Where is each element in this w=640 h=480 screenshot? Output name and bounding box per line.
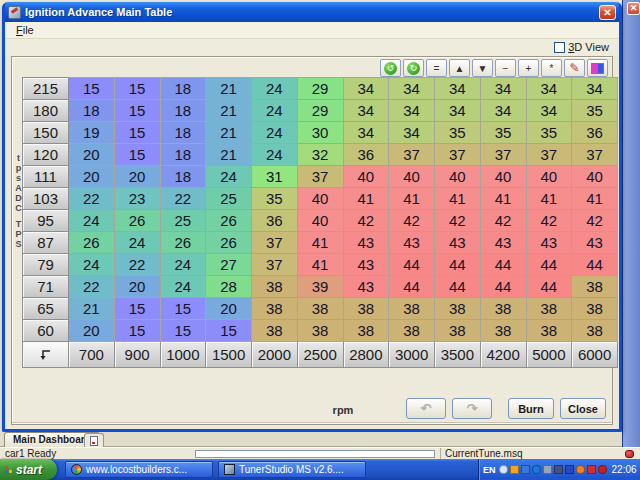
table-cell[interactable]: 24 (114, 232, 160, 254)
scale-down-button[interactable]: ↺ (380, 59, 401, 77)
plus-button[interactable]: + (518, 59, 539, 77)
edit-pencil-button[interactable]: ✎ (564, 59, 585, 77)
table-cell[interactable]: 25 (206, 188, 252, 210)
table-cell[interactable]: 24 (160, 254, 206, 276)
table-cell[interactable]: 40 (297, 210, 343, 232)
table-cell[interactable]: 22 (114, 254, 160, 276)
table-cell[interactable]: 44 (572, 254, 618, 276)
scale-up-button[interactable]: ↻ (403, 59, 424, 77)
table-cell[interactable]: 21 (206, 122, 252, 144)
col-header-cell[interactable]: 2000 (252, 342, 298, 368)
table-cell[interactable]: 20 (114, 166, 160, 188)
table-cell[interactable]: 44 (389, 276, 435, 298)
table-cell[interactable]: 37 (435, 144, 481, 166)
col-header-cell[interactable]: 2800 (343, 342, 389, 368)
minus-button[interactable]: − (495, 59, 516, 77)
app-blue-icon[interactable] (565, 465, 574, 474)
multiply-button[interactable]: * (541, 59, 562, 77)
table-cell[interactable]: 24 (252, 100, 298, 122)
table-cell[interactable]: 38 (435, 320, 481, 342)
row-header-cell[interactable]: 103 (23, 188, 69, 210)
set-value-button[interactable]: = (426, 59, 447, 77)
table-cell[interactable]: 44 (389, 254, 435, 276)
table-cell[interactable]: 40 (435, 166, 481, 188)
table-cell[interactable]: 24 (252, 144, 298, 166)
table-cell[interactable]: 44 (526, 276, 572, 298)
table-cell[interactable]: 20 (69, 166, 115, 188)
table-cell[interactable]: 34 (526, 78, 572, 100)
table-cell[interactable]: 24 (69, 210, 115, 232)
table-cell[interactable]: 23 (114, 188, 160, 210)
row-header-cell[interactable]: 180 (23, 100, 69, 122)
table-cell[interactable]: 18 (160, 100, 206, 122)
table-cell[interactable]: 43 (389, 232, 435, 254)
close-button[interactable]: Close (560, 398, 606, 419)
table-cell[interactable]: 41 (297, 254, 343, 276)
table-cell[interactable]: 42 (572, 210, 618, 232)
table-cell[interactable]: 37 (526, 144, 572, 166)
table-cell[interactable]: 29 (297, 100, 343, 122)
color-palette-button[interactable] (587, 59, 608, 77)
table-cell[interactable]: 36 (343, 144, 389, 166)
row-header-cell[interactable]: 111 (23, 166, 69, 188)
table-cell[interactable]: 27 (206, 254, 252, 276)
title-bar[interactable]: Ignition Advance Main Table ✕ (5, 2, 619, 22)
table-cell[interactable]: 39 (297, 276, 343, 298)
security-icon[interactable] (598, 465, 607, 474)
row-header-cell[interactable]: 120 (23, 144, 69, 166)
col-header-cell[interactable]: 5000 (526, 342, 572, 368)
table-cell[interactable]: 38 (435, 298, 481, 320)
table-cell[interactable]: 18 (160, 122, 206, 144)
table-cell[interactable]: 38 (343, 320, 389, 342)
increment-button[interactable]: ▲ (449, 59, 470, 77)
burn-button[interactable]: Burn (508, 398, 554, 419)
updater-icon[interactable] (510, 465, 519, 474)
tab-new-dashboard[interactable] (84, 433, 104, 447)
table-cell[interactable]: 15 (114, 298, 160, 320)
taskbar-item-tunerstudio[interactable]: TunerStudio MS v2.6.... (218, 461, 366, 478)
table-cell[interactable]: 37 (480, 144, 526, 166)
monitor-icon[interactable] (554, 465, 563, 474)
table-cell[interactable]: 38 (572, 320, 618, 342)
table-cell[interactable]: 35 (252, 188, 298, 210)
table-cell[interactable]: 40 (343, 166, 389, 188)
table-cell[interactable]: 40 (389, 166, 435, 188)
table-cell[interactable]: 34 (389, 122, 435, 144)
table-cell[interactable]: 44 (526, 254, 572, 276)
undo-button[interactable]: ↶ (406, 398, 446, 419)
table-cell[interactable]: 24 (69, 254, 115, 276)
table-cell[interactable]: 42 (526, 210, 572, 232)
row-header-cell[interactable]: 60 (23, 320, 69, 342)
table-cell[interactable]: 20 (114, 276, 160, 298)
col-header-cell[interactable]: 900 (114, 342, 160, 368)
table-cell[interactable]: 15 (160, 298, 206, 320)
table-cell[interactable]: 38 (252, 320, 298, 342)
table-cell[interactable]: 34 (572, 78, 618, 100)
table-cell[interactable]: 15 (114, 122, 160, 144)
browser-icon[interactable] (576, 465, 585, 474)
table-cell[interactable]: 42 (389, 210, 435, 232)
table-cell[interactable]: 34 (435, 100, 481, 122)
table-cell[interactable]: 41 (343, 188, 389, 210)
decrement-button[interactable]: ▼ (472, 59, 493, 77)
language-indicator[interactable]: EN (483, 465, 496, 475)
moon-icon[interactable] (499, 465, 508, 474)
messenger-icon[interactable] (587, 465, 596, 474)
table-cell[interactable]: 20 (69, 320, 115, 342)
table-cell[interactable]: 38 (389, 320, 435, 342)
table-cell[interactable]: 15 (114, 78, 160, 100)
table-cell[interactable]: 41 (435, 188, 481, 210)
table-cell[interactable]: 21 (206, 78, 252, 100)
table-cell[interactable]: 42 (343, 210, 389, 232)
table-cell[interactable]: 34 (343, 122, 389, 144)
table-cell[interactable]: 22 (69, 188, 115, 210)
table-cell[interactable]: 15 (114, 144, 160, 166)
table-cell[interactable]: 34 (480, 100, 526, 122)
col-header-cell[interactable]: 6000 (572, 342, 618, 368)
table-cell[interactable]: 40 (297, 188, 343, 210)
table-cell[interactable]: 29 (297, 78, 343, 100)
table-cell[interactable]: 44 (480, 254, 526, 276)
table-cell[interactable]: 15 (206, 320, 252, 342)
table-cell[interactable]: 38 (343, 298, 389, 320)
table-cell[interactable]: 35 (572, 100, 618, 122)
